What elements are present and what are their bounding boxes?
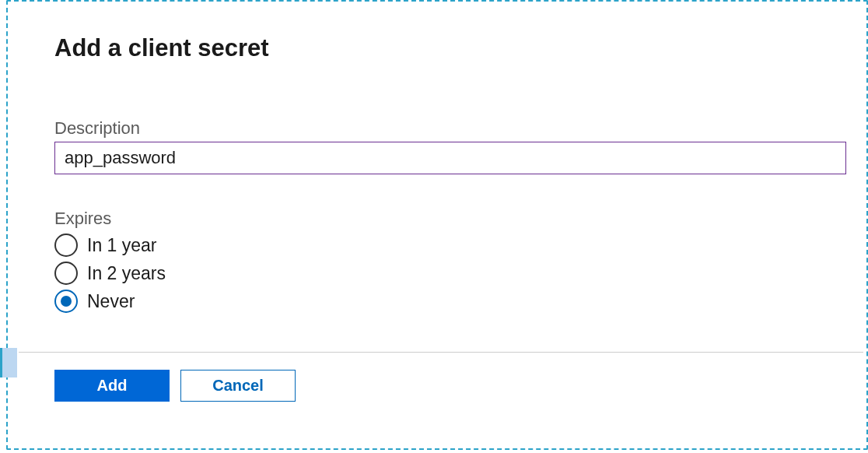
radio-option-never[interactable]: Never (54, 290, 846, 313)
page-title: Add a client secret (37, 17, 863, 62)
radio-option-in-2-years[interactable]: In 2 years (54, 262, 846, 285)
radio-icon (54, 234, 78, 257)
radio-label: In 2 years (87, 263, 166, 284)
radio-icon (54, 262, 78, 285)
left-marker (0, 348, 17, 378)
description-section: Description (37, 118, 863, 174)
radio-icon (54, 290, 78, 313)
radio-label: Never (87, 291, 135, 312)
expires-section: Expires In 1 year In 2 years Never (37, 209, 863, 313)
expires-radio-group: In 1 year In 2 years Never (54, 234, 846, 313)
add-button[interactable]: Add (54, 370, 170, 402)
expires-label: Expires (54, 209, 846, 229)
cancel-button[interactable]: Cancel (180, 370, 296, 402)
radio-label: In 1 year (87, 235, 157, 256)
radio-option-in-1-year[interactable]: In 1 year (54, 234, 846, 257)
description-input[interactable] (54, 142, 846, 174)
add-client-secret-panel: Add a client secret Description Expires … (37, 17, 863, 447)
description-label: Description (54, 118, 846, 139)
button-row: Add Cancel (37, 353, 863, 419)
